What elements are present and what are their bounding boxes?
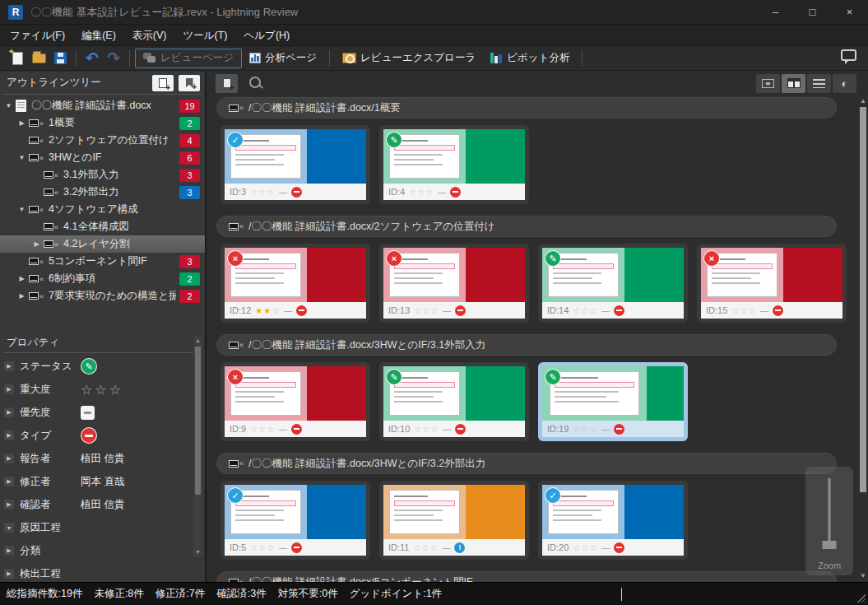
tree-item[interactable]: «3.1外部入力3 bbox=[0, 166, 205, 184]
tree-item[interactable]: «5コンポーネント間IF3 bbox=[0, 253, 205, 270]
property-row[interactable]: ▼原因工程 bbox=[0, 516, 205, 539]
expand-icon[interactable]: ▶ bbox=[16, 119, 27, 127]
pivot-analysis-button[interactable]: ピボット分析 bbox=[483, 49, 577, 68]
property-row[interactable]: ▶修正者岡本 直哉 bbox=[0, 470, 205, 493]
search-icon[interactable] bbox=[247, 74, 265, 92]
tree-item[interactable]: ▼〇〇機能 詳細設計書.docx19 bbox=[0, 97, 205, 114]
redo-icon[interactable]: ↷ bbox=[104, 49, 123, 67]
property-row[interactable]: ▶重大度☆☆☆ bbox=[0, 378, 205, 401]
property-row[interactable]: ▶ステータス✎ bbox=[0, 355, 205, 378]
review-card[interactable]: ×ID:12★★☆— bbox=[220, 244, 370, 323]
statusbar-separator bbox=[621, 588, 622, 601]
review-card[interactable]: ✎ID:4☆☆☆— bbox=[379, 125, 529, 204]
tree-item[interactable]: ▶«1概要2 bbox=[0, 114, 205, 132]
fit-view-button[interactable] bbox=[756, 74, 780, 93]
menu-item[interactable]: 表示(V) bbox=[124, 25, 175, 46]
review-card[interactable]: ID:11☆☆☆—! bbox=[379, 481, 529, 560]
add-bookmark-button[interactable]: + bbox=[179, 75, 200, 91]
review-card[interactable]: ×ID:9☆☆☆— bbox=[220, 362, 370, 441]
menu-item[interactable]: 編集(E) bbox=[73, 25, 124, 46]
collapse-icon[interactable]: ▼ bbox=[4, 523, 14, 533]
card-footer: ID:19☆☆☆— bbox=[542, 421, 684, 437]
undo-icon[interactable]: ↶ bbox=[83, 49, 101, 67]
scrollbar-thumb[interactable] bbox=[860, 107, 866, 492]
tree-item[interactable]: ▼«3HWとのIF6 bbox=[0, 149, 205, 166]
review-page-button[interactable]: レビューページ bbox=[135, 49, 242, 68]
property-row[interactable]: ▶検出工程 bbox=[0, 562, 205, 582]
priority-dash: — bbox=[601, 543, 610, 552]
tree-item[interactable]: «3.2外部出力3 bbox=[0, 184, 205, 201]
tree-item[interactable]: ▼«4ソフトウェア構成 bbox=[0, 201, 205, 218]
menu-item[interactable]: ヘルプ(H) bbox=[236, 25, 299, 46]
add-scene-button[interactable] bbox=[216, 74, 238, 93]
main-scrollbar[interactable]: ▲ ▼ bbox=[858, 95, 868, 582]
property-row[interactable]: ▶優先度 bbox=[0, 401, 205, 424]
tree-item[interactable]: «4.1全体構成図 bbox=[0, 218, 205, 235]
review-card[interactable]: ×ID:15☆☆☆— bbox=[697, 244, 847, 323]
tree-item[interactable]: «2ソフトウェアの位置付け4 bbox=[0, 132, 205, 149]
group-header[interactable]: «/〇〇機能 詳細設計書.docx/1概要 bbox=[216, 97, 837, 119]
review-card[interactable]: ✓ID:20☆☆☆— bbox=[538, 481, 688, 560]
severity-stars[interactable]: ☆☆☆ bbox=[81, 382, 123, 398]
collapse-icon[interactable]: ▼ bbox=[16, 206, 27, 213]
menu-item[interactable]: ツール(T) bbox=[174, 25, 235, 46]
tree-item[interactable]: ▶«6制約事項2 bbox=[0, 270, 205, 287]
group-header[interactable]: «/〇〇機能 詳細設計書.docx/3HWとのIF/3.1外部入力 bbox=[216, 334, 837, 356]
review-card[interactable]: ✓ID:3☆☆☆— bbox=[220, 125, 370, 204]
open-folder-icon[interactable] bbox=[30, 49, 48, 67]
review-card[interactable]: ✎ID:19☆☆☆— bbox=[538, 362, 688, 441]
add-page-button[interactable] bbox=[152, 75, 174, 91]
expand-icon[interactable]: ▶ bbox=[31, 240, 42, 248]
list-view-button[interactable] bbox=[807, 74, 831, 93]
property-row[interactable]: ▶確認者植田 信貴 bbox=[0, 493, 205, 516]
menu-item[interactable]: ファイル(F) bbox=[2, 25, 73, 46]
save-icon[interactable] bbox=[51, 49, 69, 67]
review-card[interactable]: ✎ID:10☆☆☆— bbox=[379, 362, 529, 441]
expand-icon[interactable]: ▶ bbox=[4, 477, 14, 486]
expand-icon[interactable]: ▶ bbox=[4, 430, 14, 440]
section-icon: « bbox=[44, 171, 58, 179]
property-row[interactable]: ▶分類 bbox=[0, 539, 205, 562]
maximize-button[interactable]: □ bbox=[794, 0, 831, 24]
zoom-slider-handle[interactable] bbox=[823, 541, 837, 549]
analysis-page-button[interactable]: 分析ページ bbox=[242, 49, 324, 68]
review-card[interactable]: ✓ID:5☆☆☆— bbox=[220, 481, 370, 560]
group-header[interactable]: «/〇〇機能 詳細設計書.docx/3HWとのIF/3.2外部出力 bbox=[216, 453, 837, 474]
tree-item[interactable]: ▶«4.2レイヤ分割 bbox=[0, 235, 205, 253]
expand-icon[interactable]: ▶ bbox=[4, 384, 14, 394]
new-file-icon[interactable] bbox=[8, 49, 26, 67]
zoom-slider[interactable]: Zoom bbox=[805, 467, 853, 575]
priority-dash: — bbox=[601, 306, 610, 315]
tree-item-label: 2ソフトウェアの位置付け bbox=[49, 133, 176, 147]
group-header[interactable]: «/〇〇機能 詳細設計書.docx/5コンポーネント間IF bbox=[216, 571, 837, 582]
comment-bubble-icon[interactable] bbox=[841, 49, 856, 61]
card-thumbnail: ✎ bbox=[542, 366, 684, 421]
property-row[interactable]: ▶タイプ bbox=[0, 424, 205, 447]
expand-icon[interactable]: ▶ bbox=[4, 454, 14, 463]
properties-scrollbar[interactable]: ▲ ▼ bbox=[193, 336, 202, 556]
property-value: 植田 信貴 bbox=[81, 452, 124, 466]
expand-icon[interactable]: ▶ bbox=[4, 407, 14, 417]
thumbnail-view-button[interactable] bbox=[782, 74, 805, 93]
group-header[interactable]: «/〇〇機能 詳細設計書.docx/2ソフトウェアの位置付け bbox=[216, 216, 837, 237]
expand-icon[interactable]: ▶ bbox=[16, 275, 27, 282]
contrast-view-button[interactable]: ◐ bbox=[833, 74, 856, 93]
collapse-icon[interactable]: ▼ bbox=[16, 154, 27, 161]
property-row[interactable]: ▶報告者植田 信貴 bbox=[0, 447, 205, 470]
expand-icon[interactable]: ▶ bbox=[4, 546, 14, 556]
minimize-button[interactable]: – bbox=[757, 0, 794, 24]
scrollbar-thumb[interactable] bbox=[195, 347, 201, 495]
expand-icon[interactable]: ▶ bbox=[16, 292, 27, 300]
review-card[interactable]: ✎ID:14☆☆☆— bbox=[538, 244, 688, 323]
review-explorer-button[interactable]: レビューエクスプローラ bbox=[335, 49, 483, 68]
count-badge: 4 bbox=[179, 134, 200, 147]
collapse-icon[interactable]: ▼ bbox=[3, 102, 14, 109]
tree-item[interactable]: ▶«7要求実現のための構造と振る舞い2 bbox=[0, 287, 205, 305]
review-card[interactable]: ×ID:13☆☆☆— bbox=[379, 244, 529, 323]
expand-icon[interactable]: ▶ bbox=[4, 569, 14, 579]
close-button[interactable]: × bbox=[831, 0, 868, 24]
resize-grip-icon[interactable] bbox=[857, 594, 866, 603]
card-thumbnail bbox=[383, 485, 525, 539]
expand-icon[interactable]: ▶ bbox=[4, 500, 14, 510]
expand-icon[interactable]: ▶ bbox=[4, 361, 14, 371]
